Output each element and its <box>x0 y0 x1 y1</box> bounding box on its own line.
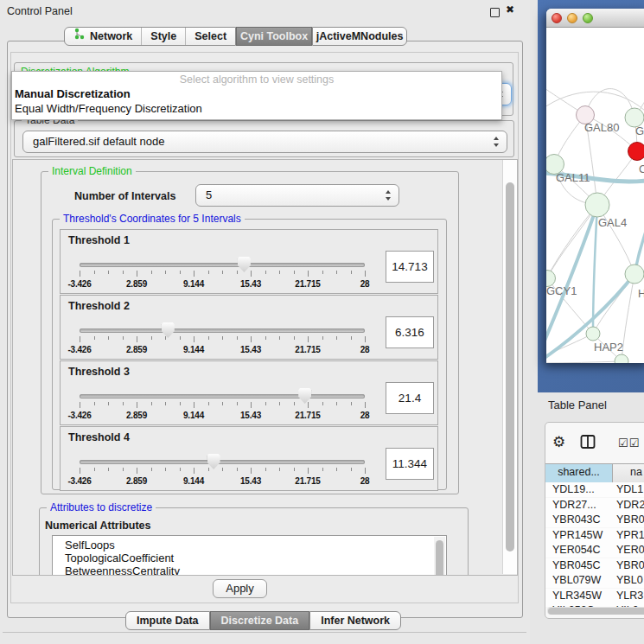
cell-shared-name[interactable]: YLR345W <box>552 589 602 603</box>
popup-option-manual-discretization[interactable]: Manual Discretization <box>14 87 499 100</box>
tick-label: 28 <box>360 411 370 420</box>
tick-mark <box>351 402 352 405</box>
list-scrollbar-thumb[interactable] <box>436 540 443 576</box>
table-data-combobox[interactable]: galFiltered.sif default node <box>22 131 507 153</box>
column-header-shared-name[interactable]: shared... <box>545 464 613 482</box>
close-traffic-light[interactable] <box>552 13 562 23</box>
attribute-list-item[interactable]: BetweennessCentrality <box>65 564 180 576</box>
network-node-label: GCY1 <box>546 284 577 297</box>
tab-cyni-toolbox[interactable]: Cyni Toolbox <box>236 27 312 46</box>
tick-mark <box>180 402 181 405</box>
table-row[interactable]: YER054CYER0 <box>545 543 644 558</box>
cell-shared-name[interactable]: YDL19... <box>552 482 595 497</box>
threshold-slider[interactable]: -3.4262.8599.14415.4321.71528 <box>80 386 365 424</box>
number-of-intervals-combobox[interactable]: 5 <box>195 184 399 207</box>
threshold-slider[interactable]: -3.4262.8599.14415.4321.71528 <box>80 320 365 358</box>
tab-jactivemnodules[interactable]: jActiveMNodules <box>312 27 407 46</box>
threshold-slider[interactable]: -3.4262.8599.14415.4321.71528 <box>80 451 365 489</box>
tick-label: 21.715 <box>295 279 320 289</box>
tab-infer-network[interactable]: Infer Network <box>309 611 401 630</box>
cell-shared-name[interactable]: YPR145W <box>552 528 603 543</box>
attribute-list-item[interactable]: TopologicalCoefficient <box>65 552 174 564</box>
cell-name[interactable]: YBR0 <box>616 558 644 573</box>
checkbox-icons[interactable]: ☑☑ <box>618 437 640 450</box>
popup-option-equal-width-frequency[interactable]: Equal Width/Frequency Discretization <box>14 102 499 115</box>
threshold-value-field[interactable]: 6.316 <box>386 316 434 348</box>
cell-shared-name[interactable]: YER054C <box>552 543 601 558</box>
table-row[interactable]: YPR145WYPR1 <box>545 528 644 543</box>
tab-select[interactable]: Select <box>185 28 235 45</box>
column-layout-icon[interactable] <box>580 434 596 453</box>
table-row[interactable]: YBR043CYBR0 <box>545 513 644 527</box>
tick-mark <box>365 271 366 277</box>
table-row[interactable]: YDR27...YDR2 <box>545 498 644 513</box>
attribute-list-item[interactable]: SelfLoops <box>65 539 115 552</box>
tick-mark <box>294 336 295 340</box>
network-window-titlebar[interactable] <box>546 9 644 28</box>
cell-name[interactable]: YLR3 <box>616 589 643 603</box>
list-scrollbar[interactable] <box>434 537 445 576</box>
tab-impute-data[interactable]: Impute Data <box>125 611 210 630</box>
tick-label: 2.859 <box>126 476 147 486</box>
network-node[interactable] <box>628 143 644 161</box>
tab-network[interactable]: Network <box>65 28 141 45</box>
vertical-scrollbar[interactable] <box>502 160 517 574</box>
network-node[interactable] <box>625 265 644 284</box>
table-row[interactable]: YBL079WYBL0 <box>545 573 644 588</box>
float-window-icon[interactable] <box>490 8 500 17</box>
gear-icon[interactable]: ⚙ <box>552 433 565 451</box>
slider-track[interactable] <box>80 460 365 464</box>
thresholds-group: Threshold's Coordinates for 5 Intervals … <box>52 219 447 490</box>
cell-name[interactable]: YER0 <box>616 543 644 558</box>
cell-shared-name[interactable]: YBR043C <box>552 513 601 527</box>
threshold-slider[interactable]: -3.4262.8599.14415.4321.71528 <box>80 254 365 292</box>
slider-thumb-icon[interactable] <box>238 257 251 272</box>
tab-discretize-data[interactable]: Discretize Data <box>210 611 310 630</box>
zoom-traffic-light[interactable] <box>583 13 593 23</box>
tab-style[interactable]: Style <box>141 28 185 45</box>
cell-name[interactable]: YBL0 <box>616 573 643 588</box>
attributes-group: Attributes to discretize Numerical Attri… <box>39 507 469 576</box>
column-header-name[interactable]: na <box>613 464 644 482</box>
threshold-value-field[interactable]: 21.4 <box>386 382 434 414</box>
cell-shared-name[interactable]: YBL079W <box>552 573 601 588</box>
network-edge[interactable] <box>547 205 597 278</box>
cell-shared-name[interactable]: YDR27... <box>552 498 596 513</box>
table-row[interactable]: YBR045CYBR0 <box>545 558 644 573</box>
close-icon[interactable]: ✖ <box>506 3 514 16</box>
cell-shared-name[interactable]: YBR045C <box>552 558 601 573</box>
cell-name[interactable]: YBR0 <box>616 513 644 527</box>
slider-track[interactable] <box>80 263 365 267</box>
network-canvas[interactable]: GAL80GACGAL11GAL4GCY1HHAP2 <box>546 28 644 363</box>
right-panel: GAL80GACGAL11GAL4GCY1HHAP2 Table Panel ⚙… <box>530 0 644 644</box>
network-edge[interactable] <box>546 361 622 363</box>
apply-button[interactable]: Apply <box>213 579 267 598</box>
cell-name[interactable]: YPR1 <box>616 528 644 543</box>
threshold-value-field[interactable]: 14.713 <box>386 251 434 283</box>
threshold-value-field[interactable]: 11.344 <box>386 448 434 480</box>
slider-thumb-icon[interactable] <box>298 388 311 404</box>
tick-mark <box>351 271 352 274</box>
network-node[interactable] <box>585 193 609 217</box>
slider-track[interactable] <box>80 394 365 399</box>
minimize-traffic-light[interactable] <box>567 13 577 23</box>
tick-mark <box>137 271 137 277</box>
table-row[interactable]: YLR345WYLR3 <box>545 589 644 603</box>
cell-name[interactable]: YDL1 <box>616 482 643 497</box>
network-node[interactable] <box>615 354 628 363</box>
slider-thumb-icon[interactable] <box>207 454 220 469</box>
cell-name[interactable]: YDR2 <box>616 498 644 513</box>
interval-definition-group-title: Interval Definition <box>48 165 136 177</box>
slider-track[interactable] <box>80 328 365 333</box>
network-edge[interactable] <box>546 92 644 111</box>
numerical-attributes-list[interactable]: SelfLoopsTopologicalCoefficientBetweenne… <box>52 535 447 576</box>
tick-label: 21.715 <box>295 476 320 486</box>
slider-thumb-icon[interactable] <box>162 322 175 338</box>
tick-mark <box>94 402 95 405</box>
network-node[interactable] <box>586 327 600 341</box>
horizontal-scrollbar[interactable] <box>547 607 644 615</box>
vertical-scrollbar-thumb[interactable] <box>506 182 514 552</box>
table-row[interactable]: YDL19...YDL1 <box>545 482 644 497</box>
horizontal-scrollbar-thumb[interactable] <box>548 608 644 615</box>
network-graph[interactable]: GAL80GACGAL11GAL4GCY1HHAP2 <box>546 28 644 363</box>
